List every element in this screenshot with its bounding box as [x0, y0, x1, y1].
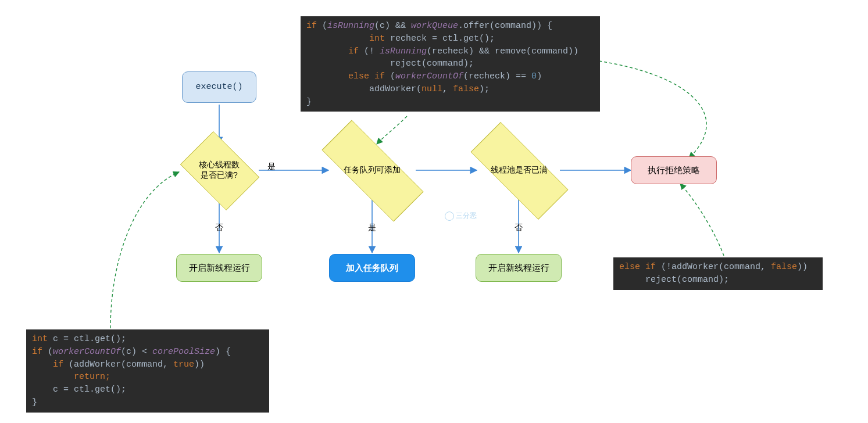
- code-snippet-right: else if (!addWorker(command, false)) rej…: [613, 257, 823, 290]
- code-snippet-bottom-left: int c = ctl.get(); if (workerCountOf(c) …: [26, 329, 269, 413]
- code-snippet-top: if (isRunning(c) && workQueue.offer(comm…: [301, 16, 600, 112]
